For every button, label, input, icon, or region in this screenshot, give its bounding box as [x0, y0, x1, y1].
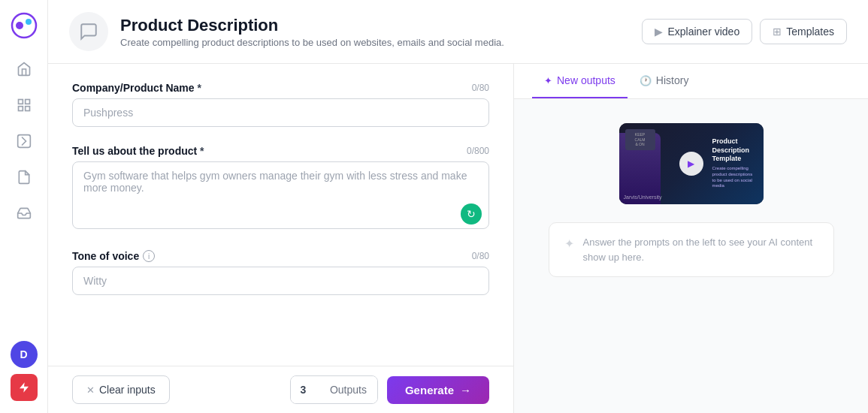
company-label-row: Company/Product Name * 0/80 [72, 82, 489, 94]
bottom-bar: ✕ Clear inputs Outputs Generate → [48, 366, 513, 413]
sidebar-item-inbox[interactable] [9, 198, 39, 228]
product-textarea-wrap: ↻ [72, 161, 489, 232]
product-field-group: Tell us about the product * 0/800 ↻ [72, 145, 489, 232]
tone-field-group: Tone of voice i 0/80 [72, 250, 489, 295]
video-watermark: Jarvis/University [624, 194, 662, 200]
new-outputs-icon: ✦ [544, 75, 552, 86]
tab-new-outputs[interactable]: ✦ New outputs [532, 64, 628, 98]
sidebar-item-file[interactable] [9, 162, 39, 192]
tabs-row: ✦ New outputs 🕐 History [514, 64, 868, 99]
page-title: Product Description [120, 16, 642, 35]
outputs-input[interactable] [291, 376, 327, 403]
grid-icon: ⊞ [773, 26, 782, 38]
product-label: Tell us about the product * [72, 145, 204, 157]
company-field-group: Company/Product Name * 0/80 [72, 82, 489, 127]
content-area: Company/Product Name * 0/80 Tell us abou… [48, 64, 868, 413]
svg-rect-5 [18, 107, 23, 111]
svg-rect-4 [25, 100, 29, 104]
right-panel: ✦ New outputs 🕐 History [514, 64, 868, 413]
x-icon: ✕ [86, 384, 95, 396]
svg-rect-7 [17, 135, 30, 148]
svg-point-0 [12, 14, 36, 38]
video-title-line2: Description [712, 146, 758, 155]
sidebar-item-grid[interactable] [9, 90, 39, 120]
video-card[interactable]: KEEPCALM& ON Product Description Templat… [619, 123, 764, 204]
sidebar-item-arrow[interactable] [9, 126, 39, 156]
prompt-icon: ✦ [564, 237, 574, 251]
product-char-count: 0/800 [467, 146, 489, 156]
app-logo[interactable] [11, 12, 38, 39]
outputs-label: Outputs [327, 376, 377, 403]
tone-label: Tone of voice [72, 250, 139, 262]
video-title-line3: Template [712, 155, 758, 164]
company-input[interactable] [72, 98, 489, 127]
left-panel: Company/Product Name * 0/80 Tell us abou… [48, 64, 514, 413]
svg-marker-8 [20, 382, 29, 392]
video-background: KEEPCALM& ON Product Description Templat… [619, 123, 764, 204]
sidebar: D [0, 0, 48, 413]
clear-inputs-button[interactable]: ✕ Clear inputs [72, 375, 170, 404]
tone-input[interactable] [72, 267, 489, 295]
templates-button[interactable]: ⊞ Templates [760, 19, 847, 44]
video-subtitle: Create compelling product descriptions t… [712, 166, 758, 189]
video-title-overlay: Product Description Template Create comp… [712, 137, 758, 189]
play-button[interactable]: ▶ [679, 152, 703, 176]
header-icon [69, 12, 108, 51]
product-textarea[interactable] [72, 161, 489, 229]
company-char-count: 0/80 [472, 83, 489, 93]
user-avatar[interactable]: D [11, 341, 38, 368]
tone-info-icon[interactable]: i [143, 250, 155, 262]
bolt-button[interactable] [11, 374, 38, 401]
video-title-line1: Product [712, 137, 758, 146]
tab-history[interactable]: 🕐 History [628, 64, 701, 98]
tone-char-count: 0/80 [472, 251, 489, 261]
page-header: Product Description Create compelling pr… [48, 0, 868, 64]
form-area: Company/Product Name * 0/80 Tell us abou… [48, 64, 513, 366]
right-content: KEEPCALM& ON Product Description Templat… [514, 99, 868, 413]
explainer-video-button[interactable]: ▶ Explainer video [642, 19, 752, 44]
arrow-icon: → [460, 384, 471, 396]
header-actions: ▶ Explainer video ⊞ Templates [642, 19, 847, 44]
svg-rect-6 [25, 107, 29, 111]
tone-label-row: Tone of voice i 0/80 [72, 250, 489, 262]
prompt-text: Answer the prompts on the left to see yo… [583, 235, 818, 264]
main-area: Product Description Create compelling pr… [48, 0, 868, 413]
history-icon: 🕐 [640, 75, 652, 86]
svg-point-1 [16, 22, 23, 29]
outputs-wrap: Outputs [290, 375, 378, 404]
header-text-group: Product Description Create compelling pr… [120, 16, 642, 48]
prompt-box: ✦ Answer the prompts on the left to see … [549, 222, 834, 277]
sidebar-item-home[interactable] [9, 54, 39, 84]
svg-rect-3 [18, 100, 23, 104]
page-subtitle: Create compelling product descriptions t… [120, 37, 642, 48]
tone-label-info: Tone of voice i [72, 250, 155, 262]
company-label: Company/Product Name * [72, 82, 201, 94]
play-icon: ▶ [655, 26, 663, 38]
svg-point-2 [26, 19, 32, 25]
product-label-row: Tell us about the product * 0/800 [72, 145, 489, 157]
generate-button[interactable]: Generate → [387, 376, 489, 404]
refresh-icon[interactable]: ↻ [461, 203, 482, 225]
